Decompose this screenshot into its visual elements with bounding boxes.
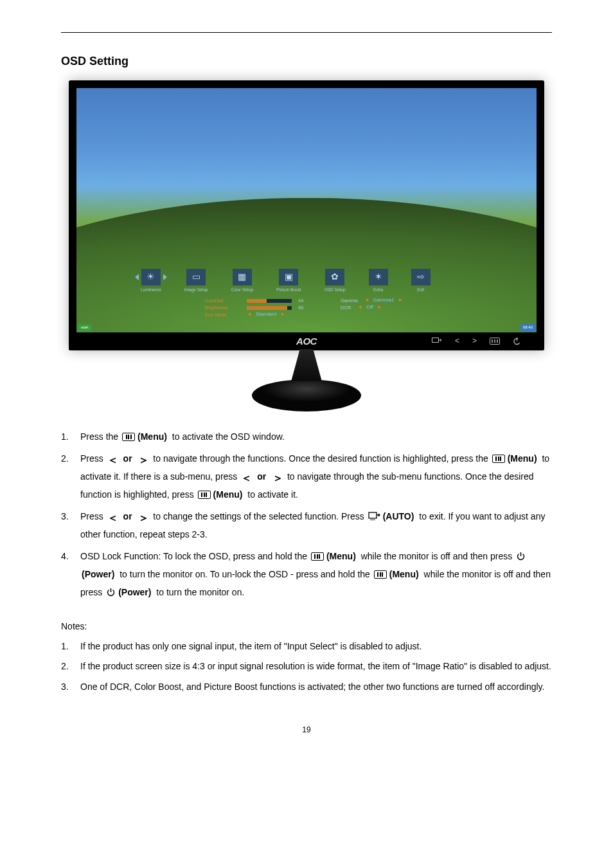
instruction-2: Press ＜ or ＞ to navigate through the fun… (61, 449, 552, 503)
svg-rect-7 (369, 512, 377, 518)
power-icon-label: (Power) (82, 569, 114, 579)
auto-icon-label: (AUTO) (383, 511, 414, 521)
note-1: If the product has only one signal input… (61, 638, 552, 655)
taskbar-clock: 08:40 (520, 324, 535, 332)
menu-icon (311, 552, 324, 561)
section-heading-osd-setting: OSD Setting (61, 52, 552, 71)
osd-tab-osd-setup: ✿ OSD Setup (324, 269, 346, 293)
bezel-controls: < > (432, 335, 521, 347)
bezel-power-icon[interactable] (513, 337, 521, 345)
osd-tab-color-setup: ▦ Color Setup (231, 269, 253, 293)
osd-row-eco-mode: Eco Mode ◄ Standard ► (205, 312, 517, 318)
chevron-right-icon: ＞ (138, 512, 149, 523)
taskbar-start: start (78, 324, 92, 332)
desktop-taskbar: start 08:40 (76, 323, 537, 332)
osd-tab-picture-boost: ▣ Picture Boost (276, 269, 301, 293)
osd-tabs: ☀ Luminance ▭ Image Setup ▦ Color Setup (134, 264, 517, 298)
osd-tab-luminance: ☀ Luminance (141, 269, 161, 293)
bezel-left-icon[interactable]: < (455, 335, 459, 347)
chevron-right-icon: ＞ (138, 455, 149, 466)
chevron-left-icon: ＜ (107, 512, 118, 523)
osd-tab-exit: ⇨ Exit (411, 269, 431, 293)
notes-list: If the product has only one signal input… (61, 638, 552, 695)
chevron-right-icon: ＞ (272, 473, 283, 484)
header-rule (61, 32, 552, 33)
svg-rect-0 (432, 338, 438, 343)
brand-logo: AOC (296, 334, 317, 349)
desktop-wallpaper: ☀ Luminance ▭ Image Setup ▦ Color Setup (76, 88, 537, 332)
monitor-bezel-bottom: AOC < > (69, 332, 544, 350)
monitor-screen: ☀ Luminance ▭ Image Setup ▦ Color Setup (69, 80, 544, 350)
power-icon (106, 588, 116, 597)
osd-tab-image-setup: ▭ Image Setup (184, 269, 208, 293)
menu-icon-label: (Menu) (213, 489, 243, 500)
bezel-right-icon[interactable]: > (472, 335, 477, 347)
osd-row-brightness: Brightness 90 DCR ◄ Off ► (205, 305, 517, 311)
chevron-left-icon: ＜ (107, 455, 118, 466)
monitor-stand (252, 350, 361, 411)
menu-icon-label: (Menu) (508, 453, 537, 464)
notes-heading: Notes: (61, 619, 552, 633)
note-3: One of DCR, Color Boost, and Picture Boo… (61, 679, 552, 695)
osd-settings-rows: Contrast 44 Gamma ◄ Gamma1 ► Brightness … (134, 298, 517, 318)
menu-icon (198, 491, 211, 499)
menu-icon (374, 570, 387, 579)
osd-tab-extra: ✶ Extra (369, 269, 388, 293)
menu-icon (122, 433, 135, 441)
chevron-left-icon: ＜ (241, 473, 252, 484)
instruction-4: OSD Lock Function: To lock the OSD, pres… (61, 547, 552, 601)
auto-icon (368, 512, 380, 521)
bezel-source-icon[interactable] (432, 338, 442, 345)
instruction-3: Press ＜ or ＞ to change the settings of t… (61, 507, 552, 543)
menu-icon-label: (Menu) (326, 551, 356, 561)
osd-row-contrast: Contrast 44 Gamma ◄ Gamma1 ► (205, 298, 517, 304)
instruction-list: Press the (Menu) to activate the OSD win… (61, 428, 552, 601)
menu-icon-label: (Menu) (138, 431, 167, 442)
menu-icon-label: (Menu) (389, 569, 419, 579)
menu-icon (492, 455, 505, 463)
instruction-1: Press the (Menu) to activate the OSD win… (61, 428, 552, 446)
note-2: If the product screen size is 4:3 or inp… (61, 658, 552, 674)
monitor-photo: ☀ Luminance ▭ Image Setup ▦ Color Setup (69, 80, 544, 411)
page-number: 19 (61, 724, 552, 736)
power-icon-label: (Power) (118, 587, 151, 597)
osd-panel: ☀ Luminance ▭ Image Setup ▦ Color Setup (134, 264, 517, 321)
power-icon (516, 552, 526, 561)
bezel-menu-icon[interactable] (490, 338, 500, 345)
